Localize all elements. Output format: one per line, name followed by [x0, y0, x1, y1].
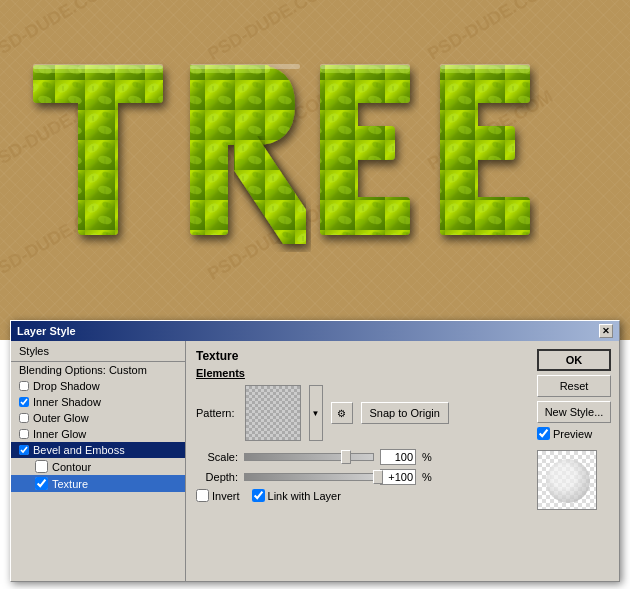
pattern-dropdown[interactable]: ▼ — [309, 385, 323, 441]
blending-options-label: Blending Options: Custom — [19, 364, 147, 376]
new-style-button[interactable]: New Style... — [537, 401, 611, 423]
scale-slider-track[interactable] — [244, 453, 374, 461]
depth-label: Depth: — [196, 471, 238, 483]
dialog-body: Styles Blending Options: Custom Drop Sha… — [11, 341, 619, 581]
pattern-row: Pattern: ▼ ⚙ Snap to Origin — [196, 385, 519, 441]
svg-rect-29 — [440, 64, 530, 69]
link-layer-option[interactable]: Link with Layer — [252, 489, 341, 502]
inner-shadow-label: Inner Shadow — [33, 396, 101, 408]
invert-checkbox[interactable] — [196, 489, 209, 502]
svg-rect-23 — [440, 126, 515, 160]
left-panel: Styles Blending Options: Custom Drop Sha… — [11, 341, 186, 581]
preview-option[interactable]: Preview — [537, 427, 611, 440]
pattern-label: Pattern: — [196, 407, 235, 419]
depth-slider-thumb[interactable] — [373, 470, 383, 484]
depth-slider-track[interactable] — [244, 473, 374, 481]
pattern-preview[interactable] — [245, 385, 301, 441]
ok-button[interactable]: OK — [537, 349, 611, 371]
texture-section-title: Texture — [196, 349, 519, 363]
scale-row: Scale: % — [196, 449, 519, 465]
link-layer-checkbox[interactable] — [252, 489, 265, 502]
link-layer-label: Link with Layer — [268, 490, 341, 502]
contour-checkbox[interactable] — [35, 460, 48, 473]
inner-shadow-checkbox[interactable] — [19, 397, 29, 407]
outer-glow-label: Outer Glow — [33, 412, 89, 424]
invert-option[interactable]: Invert — [196, 489, 240, 502]
tree-text-container — [20, 30, 610, 290]
blending-options-item[interactable]: Blending Options: Custom — [11, 362, 185, 378]
preview-label: Preview — [553, 428, 592, 440]
preview-thumbnail-inner — [546, 459, 590, 503]
options-row: Invert Link with Layer — [196, 489, 519, 502]
texture-label: Texture — [52, 478, 88, 490]
dialog-close-button[interactable]: ✕ — [599, 324, 613, 338]
snap-to-origin-button[interactable]: Snap to Origin — [361, 402, 449, 424]
scale-value-input[interactable] — [380, 449, 416, 465]
svg-rect-28 — [320, 64, 410, 69]
inner-glow-label: Inner Glow — [33, 428, 86, 440]
inner-shadow-item[interactable]: Inner Shadow — [11, 394, 185, 410]
scale-percent: % — [422, 451, 432, 463]
outer-glow-checkbox[interactable] — [19, 413, 29, 423]
drop-shadow-checkbox[interactable] — [19, 381, 29, 391]
contour-item[interactable]: Contour — [11, 458, 185, 475]
tree-text-svg — [25, 50, 605, 270]
svg-rect-9 — [78, 65, 118, 235]
dialog-titlebar: Layer Style ✕ — [11, 321, 619, 341]
texture-item[interactable]: Texture — [11, 475, 185, 492]
svg-rect-19 — [320, 197, 410, 235]
right-panel: Texture Elements Pattern: ▼ ⚙ Snap to Or… — [186, 341, 529, 581]
bevel-emboss-checkbox[interactable] — [19, 445, 29, 455]
bevel-emboss-label: Bevel and Emboss — [33, 444, 125, 456]
inner-glow-checkbox[interactable] — [19, 429, 29, 439]
bevel-emboss-item[interactable]: Bevel and Emboss — [11, 442, 185, 458]
styles-header: Styles — [11, 341, 185, 362]
outer-glow-item[interactable]: Outer Glow — [11, 410, 185, 426]
dialog-title: Layer Style — [17, 325, 76, 337]
pattern-options-btn[interactable]: ⚙ — [331, 402, 353, 424]
depth-row: Depth: % — [196, 469, 519, 485]
svg-rect-24 — [440, 197, 530, 235]
invert-label: Invert — [212, 490, 240, 502]
svg-rect-27 — [190, 64, 300, 69]
elements-subsection-title: Elements — [196, 367, 519, 379]
svg-rect-26 — [33, 64, 163, 69]
inner-glow-item[interactable]: Inner Glow — [11, 426, 185, 442]
texture-checkbox[interactable] — [35, 477, 48, 490]
preview-thumbnail — [537, 450, 597, 510]
depth-percent: % — [422, 471, 432, 483]
right-buttons-panel: OK Reset New Style... Preview — [529, 341, 619, 581]
depth-value-input[interactable] — [380, 469, 416, 485]
svg-rect-18 — [320, 126, 395, 160]
layer-style-dialog: Layer Style ✕ Styles Blending Options: C… — [10, 320, 620, 582]
scale-slider-thumb[interactable] — [341, 450, 351, 464]
reset-button[interactable]: Reset — [537, 375, 611, 397]
drop-shadow-label: Drop Shadow — [33, 380, 100, 392]
preview-checkbox[interactable] — [537, 427, 550, 440]
scale-label: Scale: — [196, 451, 238, 463]
drop-shadow-item[interactable]: Drop Shadow — [11, 378, 185, 394]
contour-label: Contour — [52, 461, 91, 473]
